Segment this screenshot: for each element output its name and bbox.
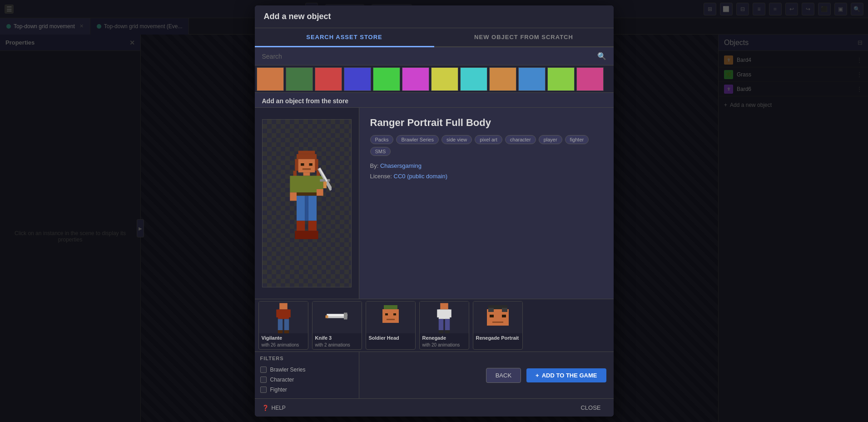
filter-label-brawler: Brawler Series	[270, 367, 306, 373]
svg-rect-55	[502, 315, 506, 317]
filters-panel: FILTERS Brawler Series Character Fighter	[255, 352, 359, 398]
svg-rect-47	[448, 310, 451, 318]
tab-search-asset-store[interactable]: SEARCH ASSET STORE	[255, 28, 434, 47]
bottom-asset-renegade-portrait[interactable]: Renegade Portrait	[473, 301, 523, 350]
svg-rect-57	[488, 308, 494, 312]
strip-thumb-9	[489, 67, 516, 91]
strip-thumb-3	[315, 67, 342, 91]
section-title: Add an object from the store	[255, 93, 614, 108]
filter-label-fighter: Fighter	[270, 387, 287, 393]
svg-rect-24	[295, 231, 307, 239]
svg-rect-38	[325, 316, 328, 318]
strip-thumb-8	[460, 67, 487, 91]
add-to-game-label: ADD TO THE GAME	[542, 372, 597, 379]
soldier-head-sub	[366, 342, 415, 344]
filter-check-brawler	[260, 367, 267, 373]
svg-rect-7	[309, 163, 312, 166]
tag-sms[interactable]: SMS	[370, 147, 391, 156]
bottom-asset-soldier-head[interactable]: Soldier Head	[366, 301, 416, 350]
svg-rect-18	[297, 192, 317, 196]
svg-rect-44	[440, 303, 448, 310]
modal-title: Add a new object	[264, 12, 331, 21]
svg-rect-21	[305, 196, 308, 221]
svg-rect-41	[385, 313, 388, 316]
tag-packs[interactable]: Packs	[370, 135, 394, 144]
search-input[interactable]	[262, 53, 597, 60]
help-button[interactable]: ❓ HELP	[262, 405, 286, 411]
svg-rect-25	[307, 231, 318, 239]
help-icon: ❓	[262, 405, 269, 411]
svg-rect-56	[492, 322, 503, 323]
vigilante-name: Vigilante	[259, 333, 308, 342]
svg-rect-13	[317, 176, 323, 189]
asset-license: License: CC0 (public domain)	[370, 173, 603, 180]
strip-thumb-2	[286, 67, 313, 91]
modal-actions: BACK + ADD TO THE GAME	[359, 352, 614, 398]
filter-check-character	[260, 377, 267, 383]
svg-rect-10	[297, 176, 317, 194]
strip-thumb-6	[402, 67, 429, 91]
tag-player[interactable]: player	[539, 135, 562, 144]
tab-new-object[interactable]: NEW OBJECT FROM SCRATCH	[434, 28, 614, 46]
add-object-modal: Add a new object SEARCH ASSET STORE NEW …	[255, 5, 614, 417]
tag-sideview[interactable]: side view	[441, 135, 472, 144]
license-link[interactable]: CC0 (public domain)	[394, 173, 448, 180]
svg-rect-37	[344, 313, 347, 320]
filter-brawler-series[interactable]: Brawler Series	[260, 365, 353, 375]
author-link[interactable]: Chasersgaming	[380, 162, 422, 169]
svg-rect-42	[393, 313, 396, 316]
renegade-name: Renegade	[420, 333, 469, 342]
bottom-asset-renegade[interactable]: Renegade with 20 animations	[419, 301, 469, 350]
svg-rect-11	[290, 176, 297, 193]
svg-rect-46	[437, 310, 440, 318]
svg-rect-39	[384, 305, 397, 309]
modal-search-bar: 🔍	[255, 47, 614, 65]
svg-rect-34	[284, 330, 289, 333]
knife3-sub: with 2 animations	[312, 342, 362, 349]
tag-pixelart[interactable]: pixel art	[475, 135, 502, 144]
svg-rect-9	[303, 172, 310, 176]
asset-by: By: Chasersgaming	[370, 162, 603, 169]
search-icon[interactable]: 🔍	[597, 52, 606, 60]
strip-thumb-11	[547, 67, 575, 91]
soldier-head-name: Soldier Head	[366, 333, 415, 342]
svg-rect-32	[284, 319, 289, 331]
svg-rect-6	[301, 163, 304, 166]
renegade-portrait-preview	[473, 301, 522, 333]
asset-preview-panel	[255, 108, 359, 299]
svg-rect-29	[276, 310, 279, 318]
bottom-asset-knife3[interactable]: Knife 3 with 2 animations	[312, 301, 362, 350]
help-label: HELP	[272, 405, 286, 411]
svg-rect-49	[445, 319, 450, 331]
bottom-asset-vigilante[interactable]: Vigilante with 26 animations	[258, 301, 308, 350]
strip-thumb-5	[373, 67, 400, 91]
modal-bottom-bar: ❓ HELP CLOSE	[255, 398, 614, 417]
modal-body: Ranger Portrait Full Body Packs Brawler …	[255, 108, 614, 299]
filter-character[interactable]: Character	[260, 375, 353, 385]
renegade-portrait-sub	[473, 342, 522, 344]
knife3-preview	[312, 301, 362, 333]
svg-rect-1	[297, 154, 317, 159]
svg-rect-19	[297, 196, 305, 221]
asset-title: Ranger Portrait Full Body	[370, 117, 603, 129]
filter-fighter[interactable]: Fighter	[260, 385, 353, 395]
add-icon: +	[536, 372, 539, 379]
knife3-name: Knife 3	[312, 333, 362, 342]
tag-brawler[interactable]: Brawler Series	[396, 135, 439, 144]
close-button[interactable]: CLOSE	[575, 402, 606, 413]
filter-check-fighter	[260, 387, 267, 393]
strip-thumb-4	[344, 67, 371, 91]
tag-character[interactable]: character	[505, 135, 536, 144]
renegade-portrait-name: Renegade Portrait	[473, 333, 522, 342]
svg-rect-48	[438, 319, 443, 331]
svg-rect-43	[387, 319, 395, 320]
svg-rect-45	[438, 310, 450, 319]
assets-strip	[255, 65, 614, 93]
svg-rect-51	[445, 330, 450, 333]
tag-fighter[interactable]: fighter	[565, 135, 589, 144]
tags-row: Packs Brawler Series side view pixel art…	[370, 135, 603, 156]
filters-title: FILTERS	[260, 356, 353, 361]
back-button[interactable]: BACK	[486, 368, 521, 383]
modal-tabs: SEARCH ASSET STORE NEW OBJECT FROM SCRAT…	[255, 28, 614, 47]
add-to-game-button[interactable]: + ADD TO THE GAME	[526, 368, 606, 382]
